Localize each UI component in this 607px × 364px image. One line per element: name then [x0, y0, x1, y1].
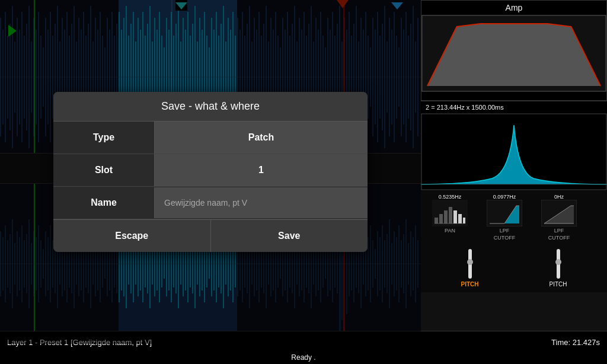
time-info: Time: 21.427s — [551, 338, 600, 347]
freq-display: 2 = 213.44Hz x 1500.00ms — [421, 101, 607, 113]
lpf-cutoff2-item: 0Hz LPF CUTOFF — [532, 194, 586, 241]
pitch-icon-1 — [464, 249, 477, 279]
modal-slot-row: Slot 1 — [53, 154, 368, 187]
svg-rect-378 — [439, 214, 443, 223]
modal-title: Save - what & where — [53, 92, 368, 122]
lpf2-label2: CUTOFF — [548, 235, 570, 241]
pitch-icon-2 — [552, 249, 565, 279]
lpf1-label1: LPF — [500, 228, 510, 234]
modal-name-value[interactable]: Gewijzigde naam, pt V — [154, 187, 368, 218]
lpf-cutoff1-icon[interactable] — [487, 200, 522, 226]
save-modal: Save - what & where Type Patch Slot 1 Na… — [53, 92, 368, 252]
modal-name-row: Name Gewijzigde naam, pt V — [53, 187, 368, 219]
pan-knob-icon[interactable] — [432, 200, 468, 226]
modal-slot-label: Slot — [53, 154, 154, 186]
pitch-item-2: PITCH — [550, 249, 567, 288]
svg-rect-381 — [453, 210, 457, 223]
svg-rect-380 — [449, 207, 452, 223]
save-button[interactable]: Save — [211, 220, 368, 252]
svg-point-397 — [467, 259, 473, 265]
ready-text: Ready . — [291, 353, 315, 362]
svg-rect-383 — [463, 218, 465, 223]
modal-name-label: Name — [53, 187, 154, 219]
pitch-item-1: PITCH — [461, 249, 479, 288]
status-bar-bottom: Ready . — [0, 353, 607, 364]
modal-overlay: Save - what & where Type Patch Slot 1 Na… — [0, 0, 421, 344]
amp-display: Amp — [421, 0, 607, 101]
svg-rect-379 — [444, 210, 448, 223]
pan-freq-label: 0.5235Hz — [439, 194, 462, 200]
lpf1-label2: CUTOFF — [494, 235, 515, 241]
filter-chart — [421, 113, 607, 190]
lpf-cutoff2-icon[interactable] — [541, 200, 577, 226]
lpf1-freq-label: 0.0977Hz — [493, 194, 516, 200]
lpf2-freq-label: 0Hz — [554, 194, 564, 200]
svg-point-399 — [555, 259, 561, 265]
lpf2-label1: LPF — [554, 228, 564, 234]
svg-rect-377 — [435, 218, 438, 223]
freq-text: 2 = 213.44Hz x 1500.00ms — [426, 104, 504, 111]
right-panel: Amp 2 = 213.44Hz x 1500.00ms — [421, 0, 607, 364]
modal-slot-value[interactable]: 1 — [154, 154, 368, 186]
filter-display — [421, 113, 607, 190]
knob-controls-row: 0.5235Hz PAN 0.0977Hz — [421, 190, 607, 244]
amp-title: Amp — [421, 1, 606, 15]
escape-button[interactable]: Escape — [53, 220, 211, 252]
pitch-label-2: PITCH — [550, 281, 567, 288]
svg-rect-382 — [458, 214, 462, 223]
modal-type-value[interactable]: Patch — [154, 122, 368, 154]
modal-type-label: Type — [53, 122, 154, 154]
amp-chart — [421, 15, 606, 92]
modal-buttons: Escape Save — [53, 219, 368, 252]
pitch-label-1: PITCH — [461, 281, 479, 288]
pan-label: PAN — [445, 228, 455, 234]
lpf-cutoff1-item: 0.0977Hz LPF CUTOFF — [478, 194, 531, 241]
pan-knob-item: 0.5235Hz PAN — [423, 194, 477, 241]
pitch-controls: PITCH PITCH — [421, 244, 607, 292]
main-waveform-area: Save - what & where Type Patch Slot 1 Na… — [0, 0, 421, 344]
modal-type-row: Type Patch — [53, 122, 368, 154]
